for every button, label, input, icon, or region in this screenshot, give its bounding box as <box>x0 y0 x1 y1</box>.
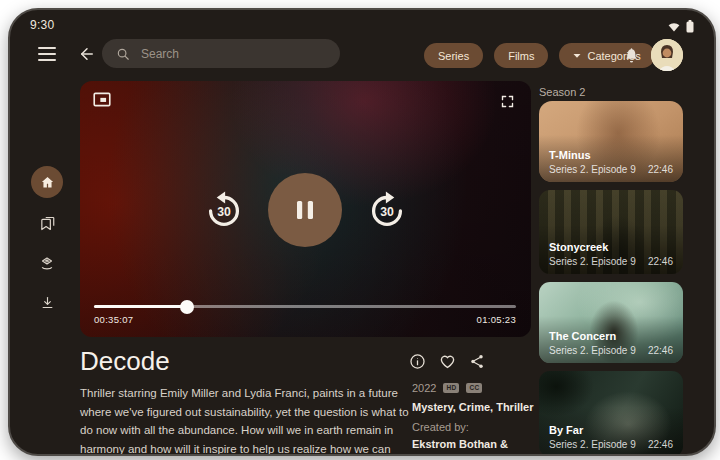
search-bar[interactable] <box>102 39 340 68</box>
favorite-icon[interactable] <box>439 353 456 370</box>
notifications-icon[interactable] <box>623 46 640 65</box>
progress-thumb[interactable] <box>180 300 194 314</box>
rail-library-button[interactable] <box>31 207 63 239</box>
profile-avatar[interactable] <box>651 39 683 71</box>
episode-card-stonycreek[interactable]: Stonycreek Series 2. Episode 9 22:46 <box>539 190 683 274</box>
current-time: 00:35:07 <box>94 314 133 325</box>
episode-card-the-concern[interactable]: The Concern Series 2. Episode 9 22:46 <box>539 282 683 363</box>
chip-films[interactable]: Films <box>494 43 548 68</box>
status-time: 9:30 <box>30 18 55 32</box>
episode-meta: Series 2. Episode 9 <box>549 256 636 267</box>
episode-duration: 22:46 <box>648 256 673 267</box>
filter-chips: Series Films Categories <box>424 43 655 68</box>
hd-badge: HD <box>443 383 459 393</box>
created-by-label: Created by: <box>412 421 542 433</box>
svg-text:30: 30 <box>217 205 231 219</box>
episode-title: Stonycreek <box>549 241 673 253</box>
pause-icon <box>294 198 316 222</box>
action-row <box>409 353 486 370</box>
picture-in-picture-icon[interactable] <box>93 92 111 107</box>
episode-duration: 22:46 <box>648 164 673 175</box>
release-year: 2022 <box>412 382 436 394</box>
genres-text: Mystery, Crime, Thriller <box>412 401 542 413</box>
progress-fill <box>94 305 187 308</box>
episode-card-by-far[interactable]: By Far Series 2. Episode 9 22:46 <box>539 371 683 456</box>
skip-back-30-button[interactable]: 30 <box>196 181 252 237</box>
download-icon <box>40 295 55 310</box>
share-icon[interactable] <box>469 353 486 370</box>
wifi-icon <box>668 22 680 32</box>
episode-duration: 22:46 <box>648 439 673 450</box>
description-text: Thriller starring Emily Miller and Lydia… <box>80 384 414 456</box>
pause-button[interactable] <box>268 173 342 247</box>
menu-icon[interactable] <box>38 47 56 61</box>
time-row: 00:35:07 01:05:23 <box>94 314 516 325</box>
cc-badge: CC <box>466 383 482 393</box>
episode-title: By Far <box>549 424 673 436</box>
rail-downloads-button[interactable] <box>31 286 63 318</box>
info-icon[interactable] <box>409 353 426 370</box>
fullscreen-icon[interactable] <box>500 94 515 109</box>
season-label: Season 2 <box>539 86 585 98</box>
progress-bar[interactable] <box>94 305 516 308</box>
video-player[interactable]: 30 30 00:35:07 01:05:23 <box>80 81 531 337</box>
search-icon <box>116 47 130 61</box>
home-icon <box>40 175 55 190</box>
page-title: Decode <box>80 346 170 377</box>
skip-forward-30-button[interactable]: 30 <box>359 181 415 237</box>
episode-duration: 22:46 <box>648 345 673 356</box>
episode-meta: Series 2. Episode 9 <box>549 345 636 356</box>
episode-title: T-Minus <box>549 149 673 161</box>
battery-icon <box>686 20 694 33</box>
svg-text:30: 30 <box>380 205 394 219</box>
back-button[interactable] <box>78 45 96 63</box>
rail-collections-button[interactable] <box>31 248 63 280</box>
chip-categories[interactable]: Categories <box>559 43 654 68</box>
rail-home-button[interactable] <box>31 166 63 198</box>
tablet-screen: 9:30 Series Films Categories <box>8 8 716 456</box>
episode-title: The Concern <box>549 330 673 342</box>
episode-card-t-minus[interactable]: T-Minus Series 2. Episode 9 22:46 <box>539 101 683 182</box>
search-input[interactable] <box>139 46 326 62</box>
episode-meta: Series 2. Episode 9 <box>549 164 636 175</box>
total-time: 01:05:23 <box>477 314 516 325</box>
creators-line1: Ekstrom Bothan & <box>412 437 522 452</box>
creators-line2: Gabriela Suárez <box>412 452 522 456</box>
chevron-down-icon <box>573 53 581 59</box>
library-icon <box>39 215 56 232</box>
collections-icon <box>38 255 56 273</box>
chip-series[interactable]: Series <box>424 43 483 68</box>
episode-meta: Series 2. Episode 9 <box>549 439 636 450</box>
status-icons <box>668 20 694 33</box>
meta-column: 2022 HD CC Mystery, Crime, Thriller Crea… <box>412 382 542 456</box>
